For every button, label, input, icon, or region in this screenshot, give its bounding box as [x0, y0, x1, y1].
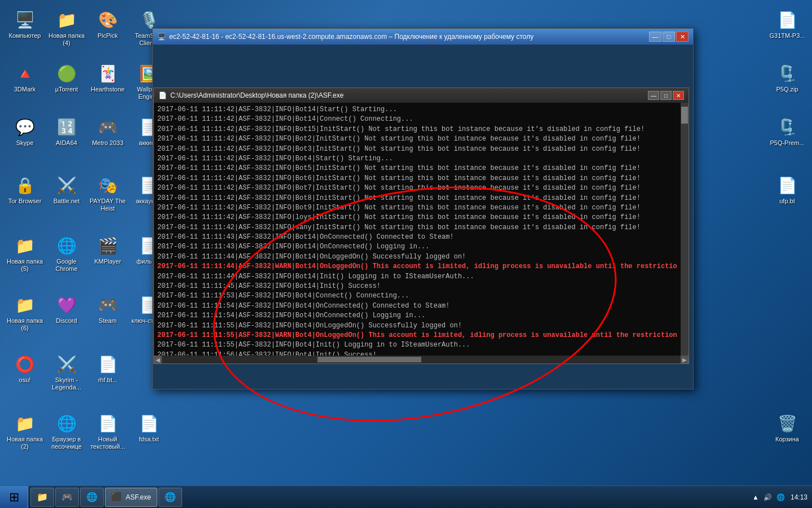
desktop-icon-payday[interactable]: 🎭 PAYDAY The Heist — [87, 174, 128, 212]
asf-close-button[interactable]: ✕ — [673, 91, 684, 100]
desktop-icon-chrome[interactable]: 🌐 Google Chrome — [46, 234, 87, 273]
desktop-icon-p5qprem[interactable]: 🗜️ P5Q-Prem... — [767, 116, 807, 147]
icon-label-fdsa: fdsa.txt — [139, 436, 158, 443]
icon-label-discord: Discord — [56, 317, 77, 325]
desktop-icon-picpick[interactable]: 🎨 PicPick — [87, 8, 128, 40]
console-scroll-thumb[interactable] — [681, 107, 688, 124]
console-line-9: 2017-06-11 11:11:42|ASF-3832|INFO|Bot7|I… — [157, 183, 677, 193]
icon-image-picpick: 🎨 — [96, 8, 119, 31]
taskbar-asf-button[interactable]: ⬛ ASF.exe — [105, 488, 157, 507]
icon-image-new-folder6: 📁 — [14, 294, 36, 316]
desktop-icon-aida64[interactable]: 🔢 AIDA64 — [46, 116, 87, 147]
icon-image-kmplayer: 🎬 — [96, 234, 119, 257]
desktop-icon-skyrim[interactable]: ⚔️ Skyrim - Legenda... — [46, 353, 87, 391]
icon-image-metro2033: 🎮 — [96, 116, 119, 138]
console-line-15: 2017-06-11 11:11:43|ASF-3832|INFO|Bot14|… — [157, 242, 677, 252]
taskbar-asf-label: ASF.exe — [126, 493, 151, 501]
rdp-minimize-button[interactable]: — — [649, 32, 661, 42]
console-line-4: 2017-06-11 11:11:42|ASF-3832|INFO|Bot2|I… — [157, 134, 677, 144]
rdp-close-button[interactable]: ✕ — [676, 32, 689, 42]
console-line-22: 2017-06-11 11:11:54|ASF-3832|INFO|Bot4|O… — [157, 311, 677, 321]
icon-image-browser-sandbox: 🌐 — [55, 412, 78, 435]
desktop-icon-new-folder2[interactable]: 📁 Новая папка (2) — [5, 412, 45, 450]
icon-image-battlenet: ⚔️ — [55, 174, 78, 196]
desktop-icon-new-folder[interactable]: 📁 Новая папка (4) — [46, 8, 87, 47]
desktop-icon-g31tm[interactable]: 📄 G31TM-P3... — [767, 8, 807, 40]
rdp-maximize-button[interactable]: □ — [663, 32, 675, 42]
asf-minimize-button[interactable]: — — [648, 91, 659, 100]
taskbar: ⊞ 📁 🎮 🌐 ⬛ ASF.exe 🌐 ▲ 🔊 🌐 14:13 — [0, 485, 812, 508]
icon-label-payday: PAYDAY The Heist — [87, 198, 128, 212]
desktop-icon-trash[interactable]: 🗑️ Корзина — [767, 412, 807, 443]
icon-label-skype: Skype — [16, 139, 34, 147]
desktop-icon-hearthstone[interactable]: 🃏 Hearthstone — [87, 62, 128, 93]
icon-image-chrome: 🌐 — [55, 234, 78, 257]
icon-label-browser-sandbox: Браузер в песочнице — [46, 436, 87, 450]
hscroll-right-button[interactable]: ▶ — [681, 356, 689, 364]
console-line-1: 2017-06-11 11:11:42|ASF-3832|INFO|Bot14|… — [157, 115, 677, 124]
console-line-14: 2017-06-11 11:11:43|ASF-3832|INFO|Bot14|… — [157, 233, 677, 242]
console-line-12: 2017-06-11 11:11:42|ASF-3832|INFO|loys|I… — [157, 213, 677, 222]
desktop-icon-kmplayer[interactable]: 🎬 KMPlayer — [87, 234, 128, 265]
hscroll-left-button[interactable]: ◀ — [154, 356, 162, 364]
asf-window: 📄 C:\Users\Administrator\Desktop\Новая п… — [153, 87, 689, 364]
rdp-title: ec2-52-42-81-16 - ec2-52-42-81-16.us-wes… — [169, 33, 649, 41]
taskbar-explorer-icon: 📁 — [37, 492, 48, 502]
desktop-icon-browser-sandbox[interactable]: 🌐 Браузер в песочнице — [46, 412, 87, 450]
start-button[interactable]: ⊞ — [0, 486, 28, 509]
taskbar-rdp-button[interactable]: 🌐 — [158, 488, 182, 507]
icon-label-new-folder2: Новая папка (2) — [5, 436, 45, 450]
desktop-icon-osu[interactable]: ⭕ osu! — [5, 353, 45, 384]
tray-network-icon[interactable]: 🌐 — [776, 493, 785, 501]
console-line-20: 2017-06-11 11:11:53|ASF-3832|INFO|Bot4|C… — [157, 291, 677, 301]
taskbar-clock[interactable]: 14:13 — [791, 493, 812, 501]
icon-label-utorrent: µTorrent — [55, 86, 78, 93]
icon-label-picpick: PicPick — [98, 32, 118, 40]
taskbar-chrome-button[interactable]: 🌐 — [80, 488, 104, 507]
icon-label-chrome: Google Chrome — [46, 258, 87, 273]
desktop-icon-ufpbt[interactable]: 📄 ufp.bt — [767, 174, 807, 205]
console-vscrollbar[interactable] — [681, 103, 689, 356]
console-hscrollbar[interactable]: ◀ ▶ — [154, 356, 689, 364]
icon-image-p5qprem: 🗜️ — [776, 116, 798, 138]
console-line-16: 2017-06-11 11:11:44|ASF-3832|INFO|Bot14|… — [157, 252, 677, 262]
icon-image-g31tm: 📄 — [776, 8, 798, 31]
console-line-17: 2017-06-11 11:11:44|ASF-3832|WARN|Bot14|… — [157, 262, 677, 271]
asf-maximize-button[interactable]: □ — [660, 91, 672, 100]
icon-image-p5qzip: 🗜️ — [776, 62, 798, 85]
icon-label-ufpbt: ufp.bt — [779, 198, 795, 205]
taskbar-rdp-icon: 🌐 — [165, 492, 176, 502]
taskbar-explorer-button[interactable]: 📁 — [30, 488, 54, 507]
desktop-icon-steam[interactable]: 🎮 Steam — [87, 294, 128, 325]
asf-title: C:\Users\Administrator\Desktop\Новая пап… — [170, 91, 648, 99]
desktop-icon-new-folder6[interactable]: 📁 Новая папка (6) — [5, 294, 45, 332]
icon-image-payday: 🎭 — [96, 174, 119, 196]
icon-image-new-folder: 📁 — [55, 8, 78, 31]
desktop-icon-metro2033[interactable]: 🎮 Metro 2033 — [87, 116, 128, 147]
hscroll-track[interactable] — [162, 356, 681, 363]
desktop-icon-rhf[interactable]: 📄 rhf.bt... — [87, 353, 128, 384]
taskbar-steam-button[interactable]: 🎮 — [55, 488, 79, 507]
tray-arrow-icon[interactable]: ▲ — [752, 493, 759, 501]
icon-label-rhf: rhf.bt... — [98, 376, 117, 384]
desktop-icon-new-folder5[interactable]: 📁 Новая папка (5) — [5, 234, 45, 273]
desktop-icon-computer[interactable]: 🖥️ Компьютер — [5, 8, 45, 40]
icon-image-utorrent: 🟢 — [55, 62, 78, 85]
console-line-21: 2017-06-11 11:11:54|ASF-3832|INFO|Bot4|O… — [157, 301, 677, 311]
desktop-icon-skype[interactable]: 💬 Skype — [5, 116, 45, 147]
desktop-icon-p5qzip[interactable]: 🗜️ P5Q.zip — [767, 62, 807, 93]
asf-titlebar: 📄 C:\Users\Administrator\Desktop\Новая п… — [154, 88, 689, 103]
console-line-8: 2017-06-11 11:11:42|ASF-3832|INFO|Bot6|I… — [157, 174, 677, 183]
icon-image-ufpbt: 📄 — [776, 174, 798, 196]
hscroll-thumb[interactable] — [317, 357, 421, 362]
desktop-icon-utorrent[interactable]: 🟢 µTorrent — [46, 62, 87, 93]
tray-volume-icon[interactable]: 🔊 — [764, 493, 772, 501]
desktop-icon-discord[interactable]: 💜 Discord — [46, 294, 87, 325]
desktop-icon-fdsa[interactable]: 📄 fdsa.txt — [129, 412, 169, 443]
desktop-icon-new-text[interactable]: 📄 Новый текстовый... — [87, 412, 128, 450]
desktop-icon-3dmark[interactable]: 🔺 3DMark — [5, 62, 45, 93]
desktop-icon-tor-browser[interactable]: 🔒 Tor Browser — [5, 174, 45, 205]
icon-image-trash: 🗑️ — [776, 412, 798, 435]
desktop-icon-battlenet[interactable]: ⚔️ Battle.net — [46, 174, 87, 205]
icon-image-rhf: 📄 — [96, 353, 119, 375]
